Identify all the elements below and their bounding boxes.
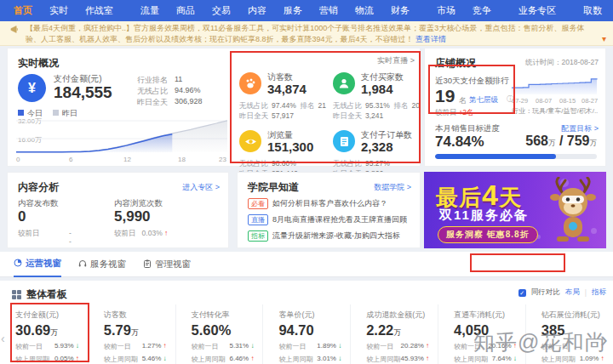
nav-item-13[interactable]: 市场 bbox=[428, 0, 464, 21]
nav-item-1[interactable]: 实时 bbox=[41, 0, 77, 21]
tab-1[interactable]: 服务视窗 bbox=[78, 252, 126, 277]
up-arrow-icon: ↑ bbox=[249, 355, 254, 362]
content-analysis-title: 内容分析 bbox=[18, 180, 59, 195]
college-title: 学院早知道 bbox=[248, 180, 299, 195]
up-arrow-icon: ↑ bbox=[74, 355, 79, 362]
realtime-live-link[interactable]: 实时直播 > bbox=[377, 55, 415, 66]
clipboard-icon bbox=[143, 259, 152, 270]
college-item-tag: 直播 bbox=[248, 214, 268, 225]
kpi-label: 直通车消耗(元) bbox=[454, 310, 517, 321]
kpi-card-4[interactable]: 成功退款金额(元)2.22万较前一日20.28% ↑较上周同期45.93% ↑ bbox=[350, 304, 438, 364]
goal-progress-fill bbox=[435, 154, 556, 159]
kpi-card-3[interactable]: 客单价(元)94.70较前一日1.89% ↓较上周同期3.01% ↓ bbox=[262, 304, 350, 364]
metrics-link[interactable]: 指标 bbox=[592, 287, 606, 298]
tab-label: 运营视窗 bbox=[26, 258, 61, 270]
kpi-card-2[interactable]: 支付转化率5.60%较前一日5.31% ↓较上周同期6.46% ↑ bbox=[175, 304, 263, 364]
college-item-2[interactable]: 指标流量升级新增来源-收藏-加购四大指标 bbox=[248, 230, 400, 242]
tab-label: 服务视窗 bbox=[90, 259, 126, 270]
up-arrow-icon: ↑ bbox=[424, 355, 429, 362]
kpi-delta-row: 较上周同期0.05% ↑ bbox=[15, 355, 79, 364]
nav-item-4[interactable]: 流量 bbox=[132, 0, 168, 21]
down-arrow-icon: ↓ bbox=[249, 342, 254, 350]
down-arrow-icon: ↓ bbox=[336, 355, 341, 362]
tile-stat-line: 昨日全天57,917 bbox=[239, 111, 298, 122]
promo-badge: 服务洞察 钜惠8.8折 bbox=[438, 226, 538, 243]
kpi-label: 支付转化率 bbox=[192, 310, 255, 321]
dashboard-grid-icon bbox=[12, 290, 21, 299]
notice-detail-link[interactable]: 查看详情 bbox=[415, 35, 446, 43]
metric-tile-0[interactable]: 访客数34,874无线占比97.44% 排名21 昨日全天57,917 bbox=[239, 71, 329, 123]
deer-mascot-icon bbox=[545, 177, 603, 247]
up-arrow-icon: ↑ bbox=[161, 342, 166, 350]
kpi-value: 30.69万 bbox=[15, 322, 79, 338]
layout-link[interactable]: 布局 bbox=[565, 287, 580, 298]
kpi-label: 钻石展位消耗(元) bbox=[541, 310, 604, 321]
nav-item-2[interactable]: 作战室 bbox=[77, 0, 122, 21]
promo-banner[interactable]: 最后4天 双11服务必备 服务洞察 钜惠8.8折 bbox=[424, 172, 606, 248]
down-arrow-icon: ↓ bbox=[336, 342, 341, 350]
xtick-6: 6 bbox=[69, 156, 72, 163]
promo-subline: 双11服务必备 bbox=[439, 208, 529, 224]
nav-item-0[interactable]: 首页 bbox=[5, 0, 41, 21]
sycm-dashboard-page: 首页实时作战室流量商品交易内容服务营销物流财务市场竞争业务专区取数学院 【最后4… bbox=[0, 0, 613, 364]
kpi-delta-row: 较上周同期5.46% ↓ bbox=[104, 355, 167, 364]
dashboard-title: 整体看板 bbox=[26, 287, 67, 302]
xtick-12: 12 bbox=[123, 156, 131, 163]
college-item-tag: 指标 bbox=[248, 230, 268, 242]
nav-item-11[interactable]: 财务 bbox=[382, 0, 418, 21]
kpi-value: 5.60% bbox=[192, 322, 255, 338]
kpi-card-0[interactable]: 支付金额(元)30.69万较前一日5.93% ↓较上周同期0.05% ↑ bbox=[0, 304, 88, 364]
nav-item-10[interactable]: 物流 bbox=[347, 0, 382, 21]
kpi-value: 2.22万 bbox=[366, 322, 429, 338]
kpi-value: 94.70 bbox=[278, 322, 341, 338]
tile-stat-line: 昨日全天3,241 bbox=[333, 111, 387, 122]
tile-value: 34,874 bbox=[267, 82, 306, 96]
tab-0[interactable]: 运营视窗 bbox=[14, 252, 61, 277]
carousel-next-icon[interactable]: › bbox=[600, 327, 608, 353]
view-tabs-bar: 运营视窗服务视窗管理视窗 日 | 2018-08-27 ‹ › ? bbox=[0, 252, 613, 277]
pay-amount-value: 184,555 bbox=[54, 83, 112, 102]
top-navbar: 首页实时作战室流量商品交易内容服务营销物流财务市场竞争业务专区取数学院 bbox=[0, 0, 613, 21]
megaphone-icon bbox=[10, 26, 18, 37]
metric-tile-1[interactable]: 支付买家数1,984无线占比95.31% 排名20 昨日全天3,241 bbox=[333, 71, 423, 123]
college-item-0[interactable]: 必看如何分析目标客户喜欢什么内容？ bbox=[248, 198, 387, 209]
nav-item-18[interactable]: 取数 bbox=[575, 0, 610, 21]
shop-title: 店铺概况 bbox=[435, 56, 476, 71]
carousel-prev-icon[interactable]: ‹ bbox=[1, 332, 5, 345]
content-zone-link[interactable]: 进入专区 > bbox=[182, 182, 220, 193]
pie-icon bbox=[14, 259, 22, 269]
goal-numbers: 568万 / 759万 bbox=[525, 134, 597, 149]
kpi-label: 成功退款金额(元) bbox=[366, 310, 429, 321]
nav-item-6[interactable]: 交易 bbox=[203, 0, 239, 21]
stat-yesterday-total: 昨日全天306,928 bbox=[137, 97, 203, 108]
nav-item-14[interactable]: 竞争 bbox=[464, 0, 500, 21]
paw-icon bbox=[239, 72, 261, 94]
rank-trend-chart bbox=[512, 72, 599, 96]
kpi-delta-row: 较前一日20.28% ↑ bbox=[366, 342, 429, 351]
stat-time: 统计时间：2018-08-27 bbox=[525, 58, 599, 68]
realtime-trend-chart bbox=[16, 118, 227, 154]
nav-item-7[interactable]: 内容 bbox=[239, 0, 275, 21]
peer-compare-checkbox[interactable]: ✓ bbox=[518, 289, 526, 297]
kpi-value: 5.79万 bbox=[104, 322, 167, 338]
nav-item-16[interactable]: 业务专区 bbox=[510, 0, 564, 21]
nav-item-8[interactable]: 服务 bbox=[275, 0, 311, 21]
kpi-label: 访客数 bbox=[104, 310, 167, 321]
nav-item-5[interactable]: 商品 bbox=[168, 0, 203, 21]
college-item-tag: 必看 bbox=[248, 198, 268, 209]
content-view-delta: 较前日 0.03% ↑ bbox=[114, 229, 168, 239]
tile-value: 2,328 bbox=[361, 139, 393, 154]
tab-2[interactable]: 管理视窗 bbox=[143, 252, 191, 277]
kpi-delta-row: 较前一日1.89% ↓ bbox=[278, 342, 341, 351]
college-item-1[interactable]: 直播8月电商直播课程抢先看及王牌直播回顾 bbox=[248, 214, 407, 225]
nav-item-9[interactable]: 营销 bbox=[311, 0, 347, 21]
xtick-18: 18 bbox=[178, 156, 186, 163]
up-arrow-icon: ↑ bbox=[164, 229, 168, 237]
kpi-card-1[interactable]: 访客数5.79万较前一日1.27% ↑较上周同期5.46% ↓ bbox=[88, 304, 175, 364]
college-item-text: 流量升级新增来源-收藏-加购四大指标 bbox=[272, 230, 400, 242]
rank-delta: 较前日 ↑2名 bbox=[435, 108, 473, 118]
notice-collapse-icon[interactable]: ▾ bbox=[602, 33, 606, 44]
buyer-icon bbox=[333, 72, 355, 94]
shop-xtick-3: 08-15 bbox=[559, 97, 576, 105]
college-link[interactable]: 数据学院 > bbox=[374, 182, 411, 193]
